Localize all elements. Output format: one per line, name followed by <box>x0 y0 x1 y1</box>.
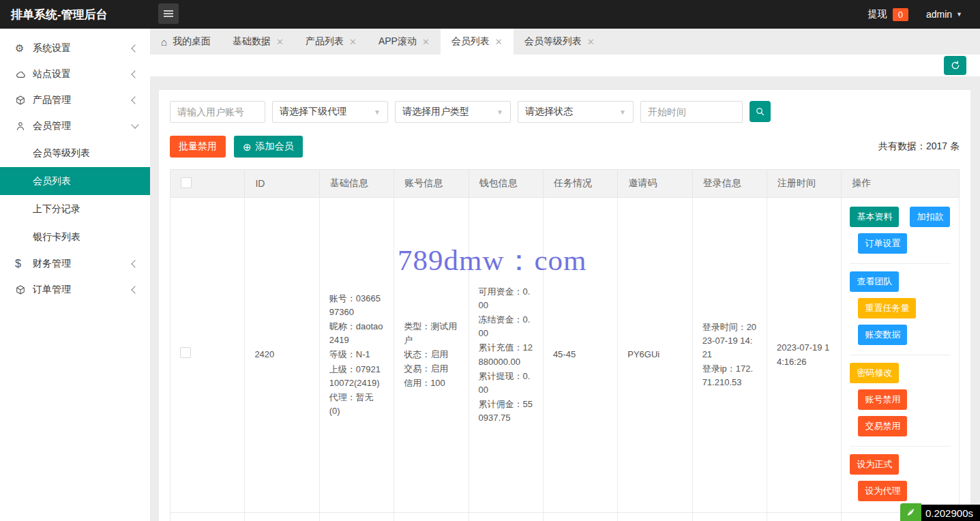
close-icon[interactable]: ✕ <box>587 37 595 47</box>
sidebar-item-member-level-list[interactable]: 会员等级列表 <box>0 139 150 167</box>
sidebar-item-member-management[interactable]: 会员管理 <box>0 113 150 139</box>
refresh-icon <box>950 60 961 71</box>
table-row: 可用资金：10 基本资料 加扣款 订单设置 <box>170 513 960 521</box>
close-icon[interactable]: ✕ <box>349 37 357 47</box>
total-count-text: 共有数据：2017 条 <box>878 140 960 153</box>
tab-basic-data[interactable]: 基础数据 ✕ <box>222 29 295 55</box>
tab-bar: ⌂ 我的桌面 基础数据 ✕ 产品列表 ✕ APP滚动 ✕ 会员列表 ✕ 会员等级… <box>150 29 980 55</box>
tab-product-list[interactable]: 产品列表 ✕ <box>295 29 368 55</box>
cell-register-time <box>767 513 842 521</box>
sub-agent-select[interactable]: 请选择下级代理 ▼ <box>272 101 388 123</box>
chevron-left-icon <box>131 44 138 52</box>
col-basic-info: 基础信息 <box>319 170 394 198</box>
user-type-select[interactable]: 请选择用户类型 ▼ <box>395 101 511 123</box>
col-invite-code: 邀请码 <box>618 170 692 198</box>
sidebar-item-product-management[interactable]: 产品管理 <box>0 87 150 113</box>
op-group-team: 查看团队 重置任务量 账变数据 <box>850 264 951 355</box>
disable-account-button[interactable]: 账号禁用 <box>858 389 907 410</box>
sidebar-toggle-button[interactable] <box>158 3 179 24</box>
close-icon[interactable]: ✕ <box>276 37 284 47</box>
order-settings-button[interactable]: 订单设置 <box>858 233 907 254</box>
menu-icon <box>164 9 173 18</box>
main-area: ⌂ 我的桌面 基础数据 ✕ 产品列表 ✕ APP滚动 ✕ 会员列表 ✕ 会员等级… <box>150 29 980 521</box>
add-member-button[interactable]: ⊕ 添加会员 <box>234 136 303 158</box>
sidebar-item-bank-card-list[interactable]: 银行卡列表 <box>0 223 150 251</box>
cloud-icon <box>15 69 33 80</box>
op-group-role: 设为正式 设为代理 <box>850 447 951 511</box>
row-checkbox[interactable] <box>180 347 191 358</box>
sidebar-item-member-list[interactable]: 会员列表 <box>0 167 150 195</box>
sidebar-item-site-settings[interactable]: 站点设置 <box>0 61 150 87</box>
tab-member-level-list[interactable]: 会员等级列表 ✕ <box>514 29 606 55</box>
account-change-data-button[interactable]: 账变数据 <box>858 325 907 345</box>
disable-trade-button[interactable]: 交易禁用 <box>858 416 907 436</box>
page-load-time: 0.202900s <box>921 505 980 521</box>
content-panel: 请选择下级代理 ▼ 请选择用户类型 ▼ 请选择状态 ▼ 批量禁用 <box>159 90 970 521</box>
change-password-button[interactable]: 密码修改 <box>850 363 899 383</box>
chevron-down-icon: ▼ <box>374 108 381 116</box>
cell-login-info: 登录时间：2023-07-19 14:21 登录ip：172.71.210.53 <box>692 198 767 513</box>
cell-login-info <box>692 513 767 521</box>
table-row: 2420 账号：0366597360 昵称：daotao2419 等级：N-1 … <box>170 198 960 513</box>
search-button[interactable] <box>749 101 771 122</box>
batch-disable-button[interactable]: 批量禁用 <box>170 136 226 158</box>
status-select[interactable]: 请选择状态 ▼ <box>518 101 634 123</box>
col-id: ID <box>245 170 319 198</box>
reset-task-button[interactable]: 重置任务量 <box>858 298 916 318</box>
sidebar-item-finance-management[interactable]: $ 财务管理 <box>0 251 150 277</box>
withdraw-count-badge: 0 <box>893 8 908 21</box>
plus-circle-icon: ⊕ <box>243 142 252 152</box>
tab-app-scroll[interactable]: APP滚动 ✕ <box>368 29 441 55</box>
close-icon[interactable]: ✕ <box>495 37 503 47</box>
select-all-checkbox[interactable] <box>181 177 192 188</box>
action-row: 批量禁用 ⊕ 添加会员 共有数据：2017 条 <box>170 136 960 158</box>
add-deduct-button[interactable]: 加扣款 <box>910 207 950 227</box>
tab-toolstrip <box>150 55 980 76</box>
col-account-info: 账号信息 <box>394 170 469 198</box>
view-team-button[interactable]: 查看团队 <box>850 271 899 292</box>
trace-leaf-icon <box>900 503 921 521</box>
home-icon: ⌂ <box>161 36 167 48</box>
cell-task-status <box>543 513 617 521</box>
username: admin <box>926 9 952 20</box>
tab-my-desktop[interactable]: ⌂ 我的桌面 <box>150 29 222 55</box>
box-icon <box>15 95 33 106</box>
user-icon <box>15 121 33 132</box>
table-header-row: ID 基础信息 账号信息 钱包信息 任务情况 邀请码 登录信息 注册时间 操作 <box>170 170 960 198</box>
chevron-down-icon <box>131 121 138 128</box>
sidebar-item-system-settings[interactable]: ⚙ 系统设置 <box>0 35 150 61</box>
tab-member-list[interactable]: 会员列表 ✕ <box>441 29 514 55</box>
chevron-down-icon: ▼ <box>619 108 626 116</box>
chevron-down-icon: ▼ <box>496 108 503 116</box>
dollar-icon: $ <box>15 258 33 270</box>
op-group-profile: 基本资料 加扣款 订单设置 <box>850 199 951 264</box>
member-table: ID 基础信息 账号信息 钱包信息 任务情况 邀请码 登录信息 注册时间 操作 … <box>170 169 960 521</box>
chevron-left-icon <box>131 260 138 267</box>
withdraw-link[interactable]: 提现 0 <box>868 8 908 21</box>
close-icon[interactable]: ✕ <box>422 37 430 47</box>
cell-id <box>245 513 319 521</box>
set-formal-button[interactable]: 设为正式 <box>850 454 899 475</box>
col-register-time: 注册时间 <box>767 170 842 198</box>
cell-account-info: 类型：测试用户 状态：启用 交易：启用 信用：100 <box>394 198 469 513</box>
filter-bar: 请选择下级代理 ▼ 请选择用户类型 ▼ 请选择状态 ▼ <box>170 101 960 123</box>
sidebar: ⚙ 系统设置 站点设置 产品管理 会员管理 会员等级列表 会员列表 上下分记录 … <box>0 29 150 521</box>
refresh-button[interactable] <box>944 56 966 75</box>
app-header: 排单系统-管理后台 提现 0 admin ▼ <box>0 0 980 29</box>
col-task-status: 任务情况 <box>543 170 617 198</box>
sidebar-item-updown-records[interactable]: 上下分记录 <box>0 195 150 223</box>
col-operations: 操作 <box>842 170 960 198</box>
user-account-input[interactable] <box>170 101 265 123</box>
cell-invite-code: PY6GUi <box>618 198 692 513</box>
chevron-down-icon: ▼ <box>956 11 962 18</box>
cell-register-time: 2023-07-19 14:16:26 <box>767 198 842 513</box>
basic-profile-button[interactable]: 基本资料 <box>850 207 899 227</box>
set-agent-button[interactable]: 设为代理 <box>858 481 907 501</box>
trace-badge[interactable]: 0.202900s <box>900 503 980 521</box>
cell-wallet-info: 可用资金：0.00 冻结资金：0.00 累计充值：12880000.00 累计提… <box>469 198 543 513</box>
start-time-input[interactable] <box>640 101 743 123</box>
user-menu[interactable]: admin ▼ <box>926 9 962 20</box>
chevron-left-icon <box>131 70 138 78</box>
sidebar-item-order-management[interactable]: 订单管理 <box>0 277 150 303</box>
app-title: 排单系统-管理后台 <box>11 7 147 23</box>
